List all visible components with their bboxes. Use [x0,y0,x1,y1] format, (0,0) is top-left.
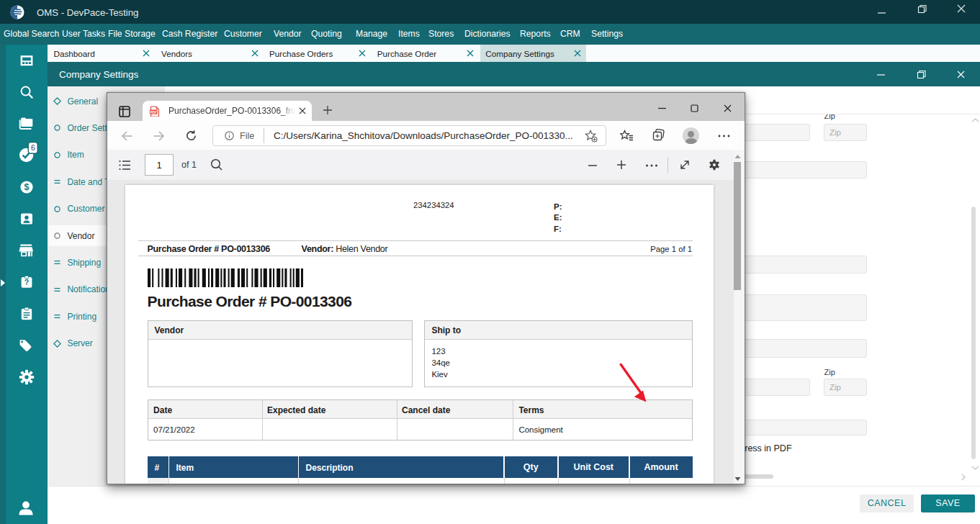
svg-text:PDF: PDF [150,111,157,114]
svg-text:6: 6 [31,143,35,152]
svg-text:?: ? [24,278,29,286]
svg-text:$: $ [24,182,30,192]
